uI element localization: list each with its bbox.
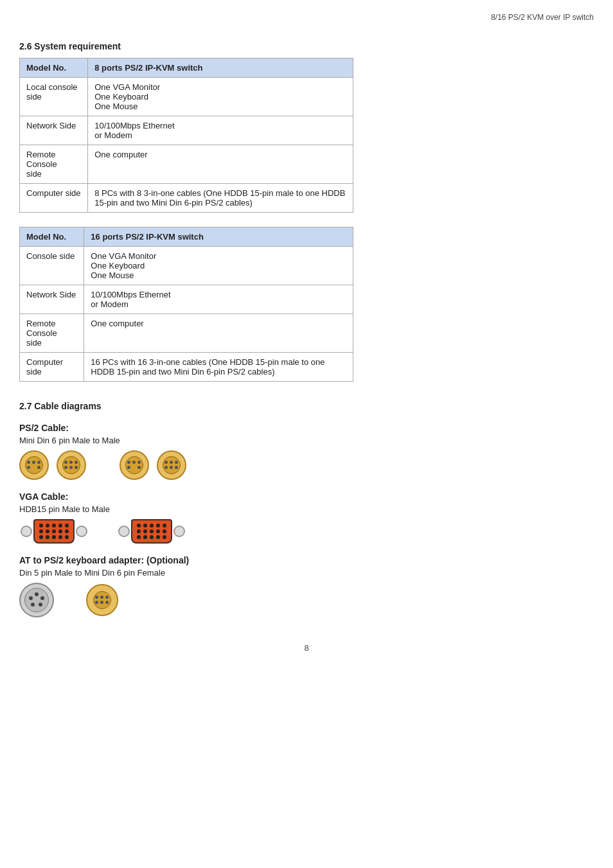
ps2-pin: [69, 466, 73, 469]
vga-pin: [39, 535, 43, 539]
vga-pin-row: [137, 535, 166, 539]
ps2-pin: [27, 461, 30, 464]
ps2-inner-4: [163, 456, 181, 474]
ps2-pin: [138, 466, 141, 469]
ps2-pin: [75, 466, 78, 469]
table2-col1-header: Model No.: [20, 227, 84, 247]
vga-pin: [156, 535, 160, 539]
ps2-pin: [37, 466, 40, 469]
vga-pin: [150, 529, 154, 533]
vga-pin: [137, 524, 141, 527]
vga-side-circle-left: [118, 526, 130, 537]
vga-pin: [65, 535, 69, 539]
vga-body-1: [33, 519, 75, 544]
table-row: Local console side One VGA MonitorOne Ke…: [20, 78, 353, 116]
at-adapter-title: AT to PS/2 keyboard adapter: (Optional): [19, 555, 594, 565]
vga-cable-subtitle: HDB15 pin Male to Male: [19, 504, 594, 514]
ps2-pin: [105, 601, 109, 604]
ps2-pin: [27, 466, 30, 469]
ps2-pin: [69, 461, 73, 464]
table2-row2-col1: Network Side: [20, 285, 84, 314]
table1-col1-header: Model No.: [20, 58, 88, 78]
vga-pin-row: [137, 529, 166, 533]
din5-pin: [39, 603, 42, 607]
din5-pin: [29, 596, 33, 600]
vga-connector-2: [117, 519, 186, 544]
ps2-connector-3: [120, 450, 149, 480]
table-16-ports: Model No. 16 ports PS/2 IP-KVM switch Co…: [19, 227, 353, 382]
vga-pin: [137, 535, 141, 539]
vga-cable-title: VGA Cable:: [19, 492, 594, 502]
vga-pin: [163, 524, 166, 527]
ps2-pin: [164, 461, 168, 464]
vga-pin: [58, 535, 62, 539]
table1-row3-col2: One computer: [88, 145, 353, 184]
ps2-pin: [127, 466, 130, 469]
table-8-ports: Model No. 8 ports PS/2 IP-KVM switch Loc…: [19, 58, 353, 213]
ps2-female-pins: [95, 596, 109, 605]
din5-pin: [35, 592, 39, 596]
at-adapter-icons: [19, 583, 594, 617]
vga-pin-row: [39, 529, 69, 533]
ps2-pin: [132, 461, 136, 464]
din5-pin: [31, 603, 35, 607]
ps2-pin: [37, 461, 40, 464]
ps2-pin: [175, 466, 178, 469]
table1-row2-col1: Network Side: [20, 116, 88, 145]
ps2-cable-icons: [19, 450, 594, 480]
ps2-pin: [95, 596, 98, 599]
vga-pin-row: [39, 524, 69, 527]
ps2-pins-1: [27, 461, 41, 470]
ps2-connector-2: [57, 450, 86, 480]
at-adapter-subtitle: Din 5 pin Male to Mini Din 6 pin Female: [19, 568, 594, 578]
vga-pin: [163, 529, 166, 533]
vga-pin: [65, 529, 69, 533]
ps2-pin: [175, 461, 178, 464]
din5-pin: [40, 596, 44, 600]
table2-col2-header: 16 ports PS/2 IP-KVM switch: [84, 227, 353, 247]
ps2-female-inner: [93, 591, 111, 609]
table-row: Remote Consoleside One computer: [20, 314, 353, 353]
ps2-pin: [138, 461, 141, 464]
vga-pin: [46, 524, 49, 527]
vga-pin: [137, 529, 141, 533]
vga-side-circle-left: [21, 526, 32, 537]
ps2-connector-1: [19, 450, 49, 480]
ps2-pin: [100, 601, 103, 604]
table-row: Network Side 10/100Mbps Ethernetor Modem: [20, 285, 353, 314]
ps2-pins-3: [127, 461, 141, 470]
vga-pin: [156, 524, 160, 527]
ps2-cable-title: PS/2 Cable:: [19, 423, 594, 433]
din5-inner: [24, 588, 49, 612]
ps2-connector-4: [157, 450, 186, 480]
table1-row3-col1: Remote Consoleside: [20, 145, 88, 184]
table-row: Remote Consoleside One computer: [20, 145, 353, 184]
vga-pin: [150, 524, 154, 527]
ps2-inner-1: [25, 456, 43, 474]
ps2-pin: [105, 596, 109, 599]
vga-side-circle-right: [173, 526, 185, 537]
vga-pin: [39, 524, 43, 527]
ps2-pin: [95, 601, 98, 604]
table2-row2-col2: 10/100Mbps Ethernetor Modem: [84, 285, 353, 314]
vga-pin: [163, 535, 166, 539]
table1-row4-col1: Computer side: [20, 184, 88, 213]
table-row: Network Side 10/100Mbps Ethernetor Modem: [20, 116, 353, 145]
din5-pins: [28, 591, 46, 609]
ps2-cable-subtitle: Mini Din 6 pin Male to Male: [19, 436, 594, 445]
vga-pin: [143, 524, 147, 527]
table1-row1-col2: One VGA MonitorOne KeyboardOne Mouse: [88, 78, 353, 116]
table-row: Console side One VGA MonitorOne Keyboard…: [20, 247, 353, 285]
vga-side-circle-right: [76, 526, 87, 537]
section-2-7-title: 2.7 Cable diagrams: [19, 401, 594, 411]
ps2-pins-2: [64, 461, 78, 470]
table-row: Computer side 8 PCs with 8 3-in-one cabl…: [20, 184, 353, 213]
table1-row2-col2: 10/100Mbps Ethernetor Modem: [88, 116, 353, 145]
vga-pin: [58, 524, 62, 527]
ps2-pin: [100, 596, 103, 599]
vga-pin: [58, 529, 62, 533]
vga-body-2: [131, 519, 172, 544]
vga-pin: [52, 529, 56, 533]
table2-row3-col2: One computer: [84, 314, 353, 353]
page-number: 8: [19, 643, 594, 653]
